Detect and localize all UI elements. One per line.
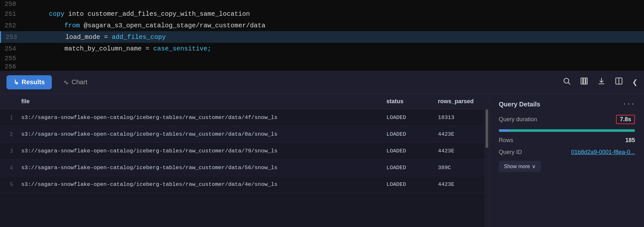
table-header: file status rows_parsed <box>0 94 484 109</box>
search-icon[interactable] <box>563 77 571 87</box>
rows-value: 185 <box>625 137 635 144</box>
rows-label: Rows <box>499 137 513 144</box>
table-body: 1 s3://sagara-snowflake-open-catalog/ice… <box>0 109 484 227</box>
code-line-256: 256 <box>0 63 644 71</box>
query-details-panel: Query Details ··· Query duration 7.8s Ro… <box>489 94 644 227</box>
line-number: 250 <box>0 0 23 8</box>
query-details-title: Query Details <box>499 101 540 108</box>
query-details-header: Query Details ··· <box>499 100 635 108</box>
query-id-row: Query ID 01b8d2a9-0001-f8ea-0... <box>499 149 635 156</box>
chart-icon: ∿ <box>63 78 69 86</box>
chart-label: Chart <box>71 78 87 86</box>
cell-status: LOADED <box>381 148 433 154</box>
keyword: case_sensitive; <box>153 45 211 52</box>
cell-file: s3://sagara-snowflake-open-catalog/icebe… <box>16 181 381 187</box>
cell-status: LOADED <box>381 114 433 121</box>
query-id-link[interactable]: 01b8d2a9-0001-f8ea-0... <box>571 149 635 156</box>
line-number: 252 <box>0 22 23 29</box>
cell-status: LOADED <box>381 181 433 187</box>
row-number: 4 <box>0 165 16 171</box>
row-number: 3 <box>0 148 16 154</box>
more-icon[interactable]: ❮ <box>632 77 638 88</box>
cell-status: LOADED <box>381 131 433 137</box>
table-row: 1 s3://sagara-snowflake-open-catalog/ice… <box>0 109 484 126</box>
cell-file: s3://sagara-snowflake-open-catalog/icebe… <box>16 114 381 121</box>
row-number: 2 <box>0 132 16 137</box>
scrollbar-thumb[interactable] <box>486 109 488 148</box>
cell-rows-parsed: 4423E <box>433 148 484 154</box>
row-number: 1 <box>0 115 16 121</box>
download-icon[interactable] <box>597 77 606 87</box>
table-row: 4 s3://sagara-snowflake-open-catalog/ice… <box>0 159 484 176</box>
line-number: 255 <box>0 55 23 62</box>
svg-rect-4 <box>586 78 587 84</box>
table-row: 3 s3://sagara-snowflake-open-catalog/ice… <box>0 143 484 159</box>
code-editor: 250 251 copy into customer_add_files_cop… <box>0 0 644 71</box>
svg-line-1 <box>568 83 570 85</box>
cell-rows-parsed: 4423E <box>433 181 484 187</box>
query-details-menu[interactable]: ··· <box>622 100 635 108</box>
line-number: 253 <box>1 33 24 41</box>
code-text: match_by_column_name = <box>49 45 153 52</box>
th-status: status <box>381 98 433 105</box>
cell-rows-parsed: 18313 <box>433 114 484 121</box>
svg-point-0 <box>564 78 569 83</box>
duration-progress-bar <box>499 129 635 132</box>
chevron-down-icon: ∨ <box>532 163 536 169</box>
scrollbar[interactable] <box>484 94 489 227</box>
columns-icon[interactable] <box>580 77 588 87</box>
code-line-254: 254 match_by_column_name = case_sensitiv… <box>0 43 644 54</box>
svg-rect-2 <box>581 78 582 84</box>
tab-bar: ↳ Results ∿ Chart <box>0 71 644 94</box>
cell-rows-parsed: 389C <box>433 165 484 171</box>
row-number: 5 <box>0 182 16 187</box>
cell-file: s3://sagara-snowflake-open-catalog/icebe… <box>16 165 381 171</box>
query-duration-row: Query duration 7.8s <box>499 115 635 124</box>
table-row: 2 s3://sagara-snowflake-open-catalog/ice… <box>0 126 484 143</box>
results-label: Results <box>22 78 45 86</box>
duration-label: Query duration <box>499 116 537 123</box>
tab-chart[interactable]: ∿ Chart <box>58 75 92 89</box>
progress-green <box>510 129 635 132</box>
svg-rect-3 <box>583 78 585 84</box>
main-content: file status rows_parsed 1 s3://sagara-sn… <box>0 94 644 227</box>
show-more-label: Show more <box>504 164 530 169</box>
line-number: 256 <box>0 63 23 70</box>
cell-file: s3://sagara-snowflake-open-catalog/icebe… <box>16 148 381 154</box>
query-id-label: Query ID <box>499 149 522 156</box>
cell-file: s3://sagara-snowflake-open-catalog/icebe… <box>16 131 381 137</box>
line-number: 254 <box>0 45 23 52</box>
duration-value: 7.8s <box>616 115 635 124</box>
th-file: file <box>16 98 381 105</box>
results-icon: ↳ <box>14 78 19 86</box>
tab-bar-right: ❮ <box>563 77 638 88</box>
results-table: file status rows_parsed 1 s3://sagara-sn… <box>0 94 484 227</box>
layout-icon[interactable] <box>615 77 623 87</box>
th-rows-parsed: rows_parsed <box>433 98 484 105</box>
line-number: 251 <box>0 10 23 18</box>
tab-results[interactable]: ↳ Results <box>6 75 52 89</box>
rows-row: Rows 185 <box>499 137 635 144</box>
progress-blue <box>499 129 510 132</box>
code-line-255: 255 <box>0 54 644 62</box>
cell-rows-parsed: 4423E <box>433 131 484 137</box>
show-more-button[interactable]: Show more ∨ <box>499 161 541 172</box>
table-row: 5 s3://sagara-snowflake-open-catalog/ice… <box>0 176 484 193</box>
cell-status: LOADED <box>381 165 433 171</box>
